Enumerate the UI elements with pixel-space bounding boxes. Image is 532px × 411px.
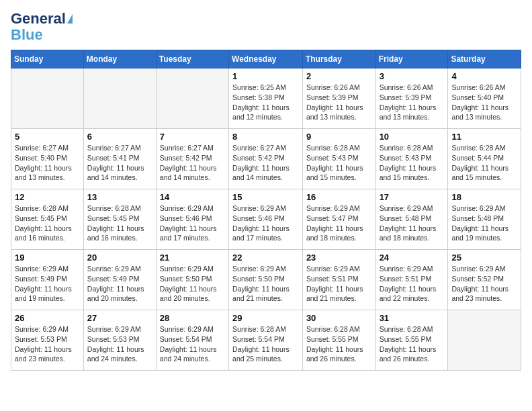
day-info: Sunrise: 6:29 AM Sunset: 5:47 PM Dayligh… xyxy=(306,203,372,243)
day-number: 20 xyxy=(87,253,152,263)
calendar-cell: 26Sunrise: 6:29 AM Sunset: 5:53 PM Dayli… xyxy=(11,310,84,371)
logo: General Blue xyxy=(11,11,73,43)
calendar-cell: 17Sunrise: 6:29 AM Sunset: 5:48 PM Dayli… xyxy=(375,189,448,250)
day-info: Sunrise: 6:28 AM Sunset: 5:43 PM Dayligh… xyxy=(380,143,445,183)
calendar-header-row: SundayMondayTuesdayWednesdayThursdayFrid… xyxy=(11,50,521,68)
calendar-cell xyxy=(156,68,228,129)
day-number: 16 xyxy=(306,192,372,202)
day-info: Sunrise: 6:27 AM Sunset: 5:40 PM Dayligh… xyxy=(15,143,80,183)
calendar-cell: 6Sunrise: 6:27 AM Sunset: 5:41 PM Daylig… xyxy=(83,129,156,189)
calendar-cell: 19Sunrise: 6:29 AM Sunset: 5:49 PM Dayli… xyxy=(11,250,84,310)
logo-text-general: General xyxy=(11,11,66,27)
calendar-cell: 29Sunrise: 6:28 AM Sunset: 5:54 PM Dayli… xyxy=(229,310,303,371)
page-header: General Blue xyxy=(11,11,521,43)
day-info: Sunrise: 6:28 AM Sunset: 5:45 PM Dayligh… xyxy=(15,203,80,243)
calendar-table: SundayMondayTuesdayWednesdayThursdayFrid… xyxy=(11,50,521,371)
day-info: Sunrise: 6:25 AM Sunset: 5:38 PM Dayligh… xyxy=(232,83,299,122)
calendar-cell: 23Sunrise: 6:29 AM Sunset: 5:51 PM Dayli… xyxy=(302,250,375,310)
day-number: 24 xyxy=(380,253,445,263)
calendar-cell xyxy=(11,68,84,129)
day-info: Sunrise: 6:29 AM Sunset: 5:54 PM Dayligh… xyxy=(160,324,225,364)
calendar-cell xyxy=(448,310,521,371)
day-info: Sunrise: 6:29 AM Sunset: 5:49 PM Dayligh… xyxy=(87,264,152,304)
day-info: Sunrise: 6:29 AM Sunset: 5:50 PM Dayligh… xyxy=(232,264,299,304)
header-sunday: Sunday xyxy=(11,50,84,68)
calendar-cell: 24Sunrise: 6:29 AM Sunset: 5:51 PM Dayli… xyxy=(375,250,448,310)
day-number: 15 xyxy=(232,192,299,202)
day-number: 5 xyxy=(15,132,80,142)
calendar-cell: 3Sunrise: 6:26 AM Sunset: 5:39 PM Daylig… xyxy=(375,68,448,129)
day-info: Sunrise: 6:29 AM Sunset: 5:50 PM Dayligh… xyxy=(160,264,225,304)
day-number: 31 xyxy=(380,313,445,323)
day-number: 19 xyxy=(15,253,80,263)
day-number: 30 xyxy=(306,313,372,323)
day-info: Sunrise: 6:28 AM Sunset: 5:43 PM Dayligh… xyxy=(306,143,372,183)
calendar-week-1: 1Sunrise: 6:25 AM Sunset: 5:38 PM Daylig… xyxy=(11,68,521,129)
header-saturday: Saturday xyxy=(448,50,521,68)
day-number: 2 xyxy=(306,71,372,81)
calendar-cell: 25Sunrise: 6:29 AM Sunset: 5:52 PM Dayli… xyxy=(448,250,521,310)
day-info: Sunrise: 6:27 AM Sunset: 5:42 PM Dayligh… xyxy=(232,143,299,183)
day-number: 14 xyxy=(160,192,225,202)
day-info: Sunrise: 6:28 AM Sunset: 5:54 PM Dayligh… xyxy=(232,324,299,364)
header-wednesday: Wednesday xyxy=(229,50,303,68)
calendar-cell: 9Sunrise: 6:28 AM Sunset: 5:43 PM Daylig… xyxy=(302,129,375,189)
logo-icon xyxy=(67,14,73,24)
header-monday: Monday xyxy=(83,50,156,68)
day-number: 29 xyxy=(232,313,299,323)
day-number: 23 xyxy=(306,253,372,263)
day-info: Sunrise: 6:29 AM Sunset: 5:51 PM Dayligh… xyxy=(306,264,372,304)
day-info: Sunrise: 6:29 AM Sunset: 5:53 PM Dayligh… xyxy=(87,324,152,364)
day-info: Sunrise: 6:28 AM Sunset: 5:44 PM Dayligh… xyxy=(451,143,517,183)
calendar-cell: 12Sunrise: 6:28 AM Sunset: 5:45 PM Dayli… xyxy=(11,189,84,250)
day-number: 21 xyxy=(160,253,225,263)
day-info: Sunrise: 6:27 AM Sunset: 5:41 PM Dayligh… xyxy=(87,143,152,183)
day-info: Sunrise: 6:26 AM Sunset: 5:39 PM Dayligh… xyxy=(306,83,372,122)
day-info: Sunrise: 6:27 AM Sunset: 5:42 PM Dayligh… xyxy=(160,143,225,183)
day-number: 25 xyxy=(451,253,517,263)
day-number: 28 xyxy=(160,313,225,323)
day-info: Sunrise: 6:28 AM Sunset: 5:45 PM Dayligh… xyxy=(87,203,152,243)
day-info: Sunrise: 6:28 AM Sunset: 5:55 PM Dayligh… xyxy=(380,324,445,364)
calendar-cell: 20Sunrise: 6:29 AM Sunset: 5:49 PM Dayli… xyxy=(83,250,156,310)
day-number: 7 xyxy=(160,132,225,142)
day-info: Sunrise: 6:29 AM Sunset: 5:46 PM Dayligh… xyxy=(232,203,299,243)
calendar-cell: 10Sunrise: 6:28 AM Sunset: 5:43 PM Dayli… xyxy=(375,129,448,189)
calendar-cell: 13Sunrise: 6:28 AM Sunset: 5:45 PM Dayli… xyxy=(83,189,156,250)
day-info: Sunrise: 6:29 AM Sunset: 5:48 PM Dayligh… xyxy=(451,203,517,243)
calendar-cell: 21Sunrise: 6:29 AM Sunset: 5:50 PM Dayli… xyxy=(156,250,228,310)
day-number: 13 xyxy=(87,192,152,202)
day-info: Sunrise: 6:29 AM Sunset: 5:53 PM Dayligh… xyxy=(15,324,80,364)
calendar-cell xyxy=(83,68,156,129)
calendar-cell: 5Sunrise: 6:27 AM Sunset: 5:40 PM Daylig… xyxy=(11,129,84,189)
day-number: 8 xyxy=(232,132,299,142)
day-number: 4 xyxy=(451,71,517,81)
calendar-cell: 1Sunrise: 6:25 AM Sunset: 5:38 PM Daylig… xyxy=(229,68,303,129)
day-number: 26 xyxy=(15,313,80,323)
calendar-cell: 15Sunrise: 6:29 AM Sunset: 5:46 PM Dayli… xyxy=(229,189,303,250)
calendar-cell: 7Sunrise: 6:27 AM Sunset: 5:42 PM Daylig… xyxy=(156,129,228,189)
calendar-cell: 11Sunrise: 6:28 AM Sunset: 5:44 PM Dayli… xyxy=(448,129,521,189)
calendar-cell: 8Sunrise: 6:27 AM Sunset: 5:42 PM Daylig… xyxy=(229,129,303,189)
day-number: 17 xyxy=(380,192,445,202)
calendar-week-3: 12Sunrise: 6:28 AM Sunset: 5:45 PM Dayli… xyxy=(11,189,521,250)
calendar-cell: 14Sunrise: 6:29 AM Sunset: 5:46 PM Dayli… xyxy=(156,189,228,250)
calendar-cell: 30Sunrise: 6:28 AM Sunset: 5:55 PM Dayli… xyxy=(302,310,375,371)
day-number: 11 xyxy=(451,132,517,142)
day-info: Sunrise: 6:29 AM Sunset: 5:48 PM Dayligh… xyxy=(380,203,445,243)
calendar-cell: 27Sunrise: 6:29 AM Sunset: 5:53 PM Dayli… xyxy=(83,310,156,371)
day-number: 1 xyxy=(232,71,299,81)
calendar-week-2: 5Sunrise: 6:27 AM Sunset: 5:40 PM Daylig… xyxy=(11,129,521,189)
calendar-cell: 28Sunrise: 6:29 AM Sunset: 5:54 PM Dayli… xyxy=(156,310,228,371)
calendar-week-4: 19Sunrise: 6:29 AM Sunset: 5:49 PM Dayli… xyxy=(11,250,521,310)
day-info: Sunrise: 6:29 AM Sunset: 5:49 PM Dayligh… xyxy=(15,264,80,304)
day-number: 12 xyxy=(15,192,80,202)
header-tuesday: Tuesday xyxy=(156,50,228,68)
day-info: Sunrise: 6:26 AM Sunset: 5:40 PM Dayligh… xyxy=(451,83,517,122)
day-info: Sunrise: 6:28 AM Sunset: 5:55 PM Dayligh… xyxy=(306,324,372,364)
calendar-cell: 16Sunrise: 6:29 AM Sunset: 5:47 PM Dayli… xyxy=(302,189,375,250)
day-number: 10 xyxy=(380,132,445,142)
day-number: 18 xyxy=(451,192,517,202)
day-number: 22 xyxy=(232,253,299,263)
calendar-cell: 18Sunrise: 6:29 AM Sunset: 5:48 PM Dayli… xyxy=(448,189,521,250)
